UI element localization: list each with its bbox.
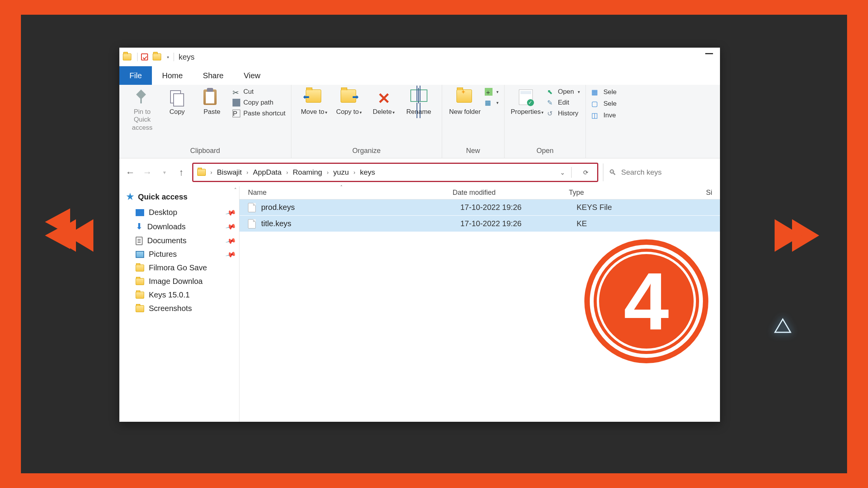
- navigation-pane[interactable]: ˄ ★ Quick access Desktop 📌 ⬇ Downloads 📌: [119, 186, 239, 422]
- easy-access-button[interactable]: ▦▾: [485, 99, 499, 107]
- address-dropdown-button[interactable]: ⌄: [560, 169, 565, 176]
- open-button[interactable]: ⬉Open▾: [547, 88, 580, 96]
- column-header-name[interactable]: Name: [239, 189, 453, 197]
- ribbon-caption-organize: Organize: [297, 147, 436, 156]
- tab-file[interactable]: File: [119, 66, 152, 85]
- properties-button[interactable]: Properties▾: [510, 88, 545, 116]
- prev-slide-arrow[interactable]: [45, 208, 99, 263]
- copy-icon: [169, 89, 184, 105]
- chevron-right-icon: ›: [353, 169, 355, 175]
- sidebar-item-downloads[interactable]: ⬇ Downloads 📌: [119, 219, 239, 234]
- qat-folder-icon[interactable]: [152, 52, 162, 62]
- new-folder-icon: ✦: [456, 89, 472, 103]
- sidebar-item-folder[interactable]: Filmora Go Save: [119, 261, 239, 275]
- file-type: KEYS File: [577, 203, 666, 212]
- sidebar-item-folder[interactable]: Keys 15.0.1: [119, 288, 239, 302]
- file-type: KE: [577, 219, 666, 228]
- chevron-right-icon: ›: [246, 169, 248, 175]
- sidebar-quick-access[interactable]: ★ Quick access: [119, 186, 239, 206]
- breadcrumb-segment[interactable]: yuzu: [333, 168, 349, 177]
- file-name: prod.keys: [261, 203, 460, 212]
- copy-button[interactable]: Copy: [160, 88, 195, 116]
- new-item-button[interactable]: ＋▾: [485, 88, 499, 96]
- column-header-type[interactable]: Type: [569, 189, 658, 197]
- search-box[interactable]: 🔍︎: [603, 163, 715, 181]
- select-none-icon: ▢: [591, 100, 598, 108]
- sidebar-item-label: Pictures: [149, 250, 177, 259]
- breadcrumb-segment[interactable]: AppData: [253, 168, 282, 177]
- sidebar-item-documents[interactable]: Documents 📌: [119, 234, 239, 247]
- window-minimize-button[interactable]: [705, 53, 713, 54]
- new-folder-button[interactable]: ✦ New folder: [448, 88, 482, 116]
- nav-forward-button[interactable]: →: [141, 166, 153, 179]
- nav-recent-button[interactable]: ▾: [158, 166, 170, 179]
- chevron-right-icon: ›: [286, 169, 288, 175]
- chevron-right-icon: ›: [210, 169, 212, 175]
- window-title: keys: [179, 53, 195, 62]
- window-titlebar[interactable]: ▾ keys: [119, 48, 720, 66]
- qat-properties-icon[interactable]: [140, 52, 149, 62]
- delete-button[interactable]: ✕ Delete▾: [367, 88, 401, 116]
- move-to-button[interactable]: ⬅ Move to▾: [297, 88, 332, 116]
- pin-icon: 📌: [225, 235, 237, 246]
- column-headers[interactable]: ˄ Name Date modified Type Si: [239, 186, 720, 199]
- edit-button[interactable]: ✎Edit: [547, 99, 580, 107]
- select-all-button[interactable]: ▦Sele: [591, 88, 617, 96]
- paste-shortcut-icon: P: [232, 110, 240, 117]
- titlebar-separator-2: [174, 53, 174, 61]
- search-input[interactable]: [621, 168, 715, 177]
- svg-marker-6: [775, 319, 790, 332]
- open-icon: ⬉: [547, 88, 555, 96]
- nav-back-button[interactable]: ←: [124, 166, 136, 179]
- titlebar-separator: [137, 53, 138, 61]
- refresh-button[interactable]: ⟳: [578, 165, 593, 180]
- column-header-size[interactable]: Si: [658, 189, 720, 197]
- invert-selection-button[interactable]: ◫Inve: [591, 111, 617, 120]
- file-icon: [248, 219, 256, 229]
- sidebar-item-desktop[interactable]: Desktop 📌: [119, 206, 239, 219]
- copy-path-button[interactable]: Copy path: [232, 99, 286, 107]
- pin-to-quick-access-button[interactable]: Pin to Quick access: [125, 88, 160, 132]
- ribbon-group-open: Properties▾ ⬉Open▾ ✎Edit ↺History Open: [505, 85, 586, 158]
- column-header-date[interactable]: Date modified: [453, 189, 569, 197]
- paste-shortcut-button[interactable]: PPaste shortcut: [232, 110, 286, 117]
- next-slide-arrow[interactable]: [769, 208, 823, 263]
- breadcrumb-segment[interactable]: Biswajit: [217, 168, 242, 177]
- sidebar-item-pictures[interactable]: Pictures 📌: [119, 247, 239, 261]
- delete-icon: ✕: [375, 89, 393, 107]
- move-to-icon: ⬅: [306, 89, 321, 103]
- tab-home[interactable]: Home: [152, 66, 193, 85]
- sidebar-item-label: Keys 15.0.1: [149, 290, 190, 299]
- tab-share[interactable]: Share: [193, 66, 234, 85]
- sidebar-item-folder[interactable]: Screenshots: [119, 302, 239, 315]
- ribbon-caption-open: Open: [510, 147, 580, 156]
- sidebar-scroll-up-icon[interactable]: ˄: [234, 187, 237, 193]
- address-bar[interactable]: › Biswajit › AppData › Roaming › yuzu › …: [192, 163, 598, 182]
- select-none-button[interactable]: ▢Sele: [591, 100, 617, 108]
- sidebar-item-label: Image Downloa: [149, 277, 203, 286]
- copy-to-button[interactable]: ➡ Copy to▾: [332, 88, 367, 116]
- breadcrumb-segment[interactable]: Roaming: [293, 168, 322, 177]
- cut-button[interactable]: ✂Cut: [232, 88, 286, 96]
- file-date: 17-10-2022 19:26: [460, 203, 577, 212]
- sidebar-item-folder[interactable]: Image Downloa: [119, 275, 239, 288]
- nav-up-button[interactable]: ↑: [175, 166, 188, 179]
- ribbon: Pin to Quick access Copy Paste ✂Cut Copy…: [119, 85, 720, 158]
- search-icon: 🔍︎: [609, 168, 617, 177]
- paste-icon: [203, 89, 217, 105]
- scissors-icon: ✂: [232, 88, 240, 96]
- pin-icon: [134, 89, 148, 104]
- paste-button[interactable]: Paste: [195, 88, 229, 116]
- copy-to-icon: ➡: [341, 89, 356, 103]
- tab-view[interactable]: View: [234, 66, 270, 85]
- new-item-icon: ＋: [485, 88, 493, 96]
- file-row[interactable]: title.keys 17-10-2022 19:26 KE: [239, 216, 720, 232]
- qat-customize-icon[interactable]: ▾: [167, 55, 169, 59]
- breadcrumb-segment[interactable]: keys: [360, 168, 375, 177]
- file-row[interactable]: prod.keys 17-10-2022 19:26 KEYS File: [239, 199, 720, 216]
- history-button[interactable]: ↺History: [547, 110, 580, 117]
- file-date: 17-10-2022 19:26: [460, 219, 577, 228]
- step-number-badge: 4: [584, 239, 708, 363]
- folder-icon: [136, 278, 144, 285]
- rename-button[interactable]: Rename: [401, 88, 436, 116]
